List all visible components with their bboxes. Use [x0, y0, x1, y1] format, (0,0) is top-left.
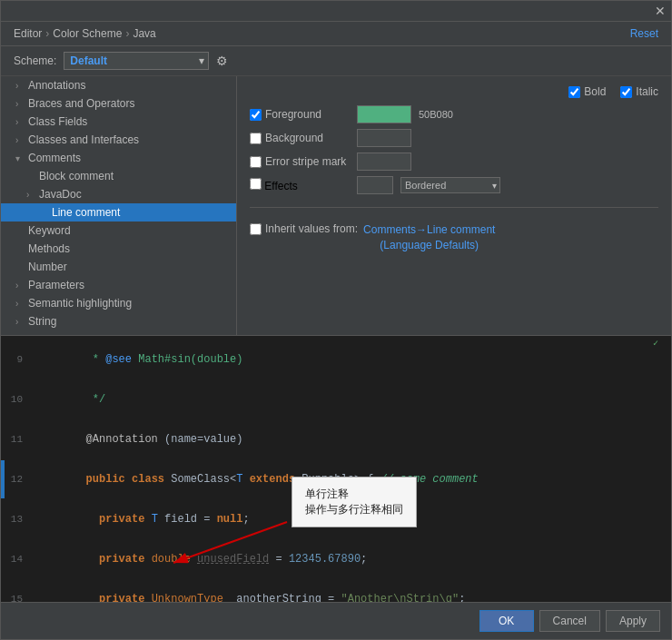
scheme-row: Scheme: Default Darcula Solarized ⚙	[1, 46, 671, 76]
line-content-11: @Annotation (name=value)	[30, 420, 242, 458]
error-stripe-row: Error stripe mark	[250, 153, 658, 171]
tree-item-label: Semantic highlighting	[28, 297, 132, 310]
tree-item-label: Annotations	[28, 79, 85, 92]
ok-button[interactable]: OK	[479, 610, 534, 632]
scheme-label: Scheme:	[14, 54, 56, 67]
tree-item-label: Methods	[28, 242, 70, 255]
italic-checkbox[interactable]	[620, 86, 632, 98]
line-content-10: */	[30, 380, 105, 418]
gear-button[interactable]: ⚙	[216, 54, 228, 68]
title-bar: ✕	[1, 1, 671, 22]
error-stripe-label[interactable]: Error stripe mark	[250, 155, 350, 168]
preview-area: ✓ 9 * @see Math#sin(double) 10 */ 11 @An…	[1, 335, 671, 602]
italic-label: Italic	[636, 85, 658, 98]
line-num-14: 14	[5, 554, 30, 565]
tree-item-line-comment[interactable]: Line comment	[1, 203, 236, 222]
expand-icon: ›	[15, 81, 25, 91]
code-line-15: 15 private UnknownType anotherString = "…	[1, 579, 671, 602]
bold-checkbox[interactable]	[568, 86, 580, 98]
line-content-9: * @see Math#sin(double)	[30, 340, 242, 379]
code-line-11: 11 @Annotation (name=value)	[1, 419, 671, 459]
breadcrumb-editor[interactable]: Editor	[14, 27, 42, 40]
inherit-link[interactable]: Comments→Line comment(Language Defaults)	[363, 222, 495, 253]
right-panel: Bold Italic Foreground 50B080	[237, 76, 671, 335]
tree-item-javadoc[interactable]: › JavaDoc	[1, 185, 236, 203]
tag-icon: ✓	[653, 338, 658, 349]
code-line-14: 14 private double unusedField = 12345.67…	[1, 539, 671, 579]
tree-item-classes[interactable]: › Classes and Interfaces	[1, 131, 236, 149]
reset-button[interactable]: Reset	[630, 27, 658, 40]
footer-buttons: OK Cancel Apply	[1, 602, 671, 639]
italic-checkbox-label[interactable]: Italic	[620, 85, 658, 98]
tree-item-number[interactable]: Number	[1, 258, 236, 276]
tree-item-methods[interactable]: Methods	[1, 240, 236, 258]
tree-item-comments[interactable]: ▾ Comments	[1, 149, 236, 167]
background-label[interactable]: Background	[250, 132, 350, 144]
foreground-color-value: 50B080	[419, 109, 453, 120]
line-num-13: 13	[5, 514, 30, 525]
tree-item-label: Parameters	[28, 279, 84, 291]
tooltip-line2: 操作与多行注释相同	[305, 502, 403, 517]
breadcrumb-path: Editor › Color Scheme › Java	[14, 27, 156, 40]
inherit-label: Inherit values from:	[265, 222, 358, 235]
tree-item-annotations[interactable]: › Annotations	[1, 76, 236, 94]
inherit-checkbox[interactable]	[250, 223, 262, 235]
tooltip-popup: 单行注释 操作与多行注释相同	[292, 477, 417, 527]
expand-icon: ›	[15, 99, 25, 109]
tree-item-label: Number	[28, 261, 67, 273]
bold-label: Bold	[584, 85, 606, 98]
expand-icon: ›	[15, 135, 25, 145]
effects-checkbox[interactable]	[250, 178, 262, 190]
line-num-12: 12	[5, 474, 30, 485]
tree-item-label: String	[28, 315, 56, 328]
error-stripe-text: Error stripe mark	[265, 155, 346, 168]
line-content-14: private double unusedField = 12345.67890…	[30, 540, 367, 578]
tree-item-braces[interactable]: › Braces and Operators	[1, 94, 236, 113]
close-button[interactable]: ✕	[655, 5, 666, 17]
background-text: Background	[265, 132, 323, 144]
tree-item-label: Comments	[28, 152, 81, 164]
tree-item-label: Class Fields	[28, 115, 87, 128]
breadcrumb-java[interactable]: Java	[133, 27, 155, 40]
effects-type-select[interactable]: Bordered Underline Bold Underline	[400, 177, 500, 193]
expand-icon: ›	[15, 299, 25, 309]
effects-label[interactable]: Effects	[250, 178, 350, 192]
effects-swatch[interactable]	[357, 176, 393, 194]
foreground-color-swatch[interactable]	[357, 105, 411, 123]
tree-item-label: Classes and Interfaces	[28, 133, 139, 146]
breadcrumb-color-scheme[interactable]: Color Scheme	[53, 27, 122, 40]
scheme-dropdown-wrap: Default Darcula Solarized	[64, 52, 209, 70]
code-line-9: 9 * @see Math#sin(double)	[1, 340, 671, 379]
tree-item-string[interactable]: › String	[1, 312, 236, 330]
line-num-11: 11	[5, 434, 30, 445]
error-stripe-swatch[interactable]	[357, 153, 411, 171]
foreground-text: Foreground	[265, 108, 321, 121]
tree-item-class-fields[interactable]: › Class Fields	[1, 113, 236, 131]
left-panel: › Annotations › Braces and Operators › C…	[1, 76, 237, 335]
inherit-checkbox-label[interactable]: Inherit values from:	[250, 222, 358, 235]
effects-text: Effects	[264, 180, 297, 192]
error-stripe-checkbox[interactable]	[250, 156, 262, 168]
background-checkbox[interactable]	[250, 133, 262, 144]
tree-item-label: Braces and Operators	[28, 97, 134, 110]
background-color-swatch[interactable]	[357, 129, 411, 147]
tree-item-parameters[interactable]: › Parameters	[1, 276, 236, 294]
options-row: Bold Italic	[250, 85, 658, 98]
tree-item-keyword[interactable]: Keyword	[1, 222, 236, 240]
tree-item-label: Block comment	[39, 170, 114, 182]
scheme-dropdown[interactable]: Default Darcula Solarized	[64, 52, 209, 70]
effects-row: Effects Bordered Underline Bold Underlin…	[250, 176, 658, 194]
divider	[250, 207, 658, 208]
inherit-row: Inherit values from: Comments→Line comme…	[250, 222, 658, 253]
apply-button[interactable]: Apply	[606, 610, 660, 632]
foreground-checkbox[interactable]	[250, 109, 262, 121]
tree-item-label: Keyword	[28, 224, 71, 237]
cancel-button[interactable]: Cancel	[539, 610, 600, 632]
tree-item-semantic[interactable]: › Semantic highlighting	[1, 294, 236, 312]
tree-item-block-comment[interactable]: Block comment	[1, 167, 236, 185]
line-content-13: private T field = null;	[30, 500, 250, 538]
bold-checkbox-label[interactable]: Bold	[568, 85, 606, 98]
bordered-select-wrap: Bordered Underline Bold Underline	[400, 177, 500, 193]
expand-icon: ▾	[15, 153, 25, 163]
foreground-label[interactable]: Foreground	[250, 108, 350, 121]
